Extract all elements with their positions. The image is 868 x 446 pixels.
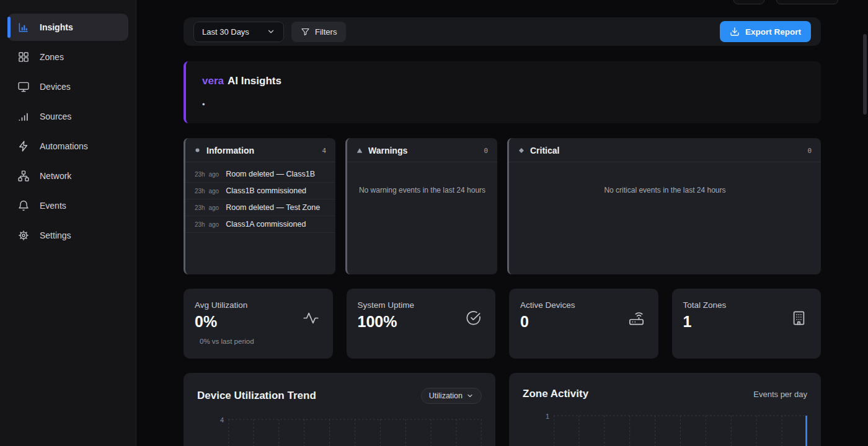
partial-header-button[interactable] xyxy=(776,0,838,4)
critical-card-title: Critical xyxy=(530,146,559,155)
sidebar-item-devices[interactable]: Devices xyxy=(7,73,128,100)
check-circle-icon xyxy=(465,310,482,326)
scrollbar-track[interactable] xyxy=(862,0,868,446)
sidebar-item-network[interactable]: Network xyxy=(7,162,128,190)
gear-icon xyxy=(17,229,30,242)
chart-title: Zone Activity xyxy=(523,388,588,400)
event-summary-row: Information 4 23h ago Room deleted — Cla… xyxy=(184,138,821,274)
sidebar-item-zones[interactable]: Zones xyxy=(7,43,128,71)
sidebar-item-sources[interactable]: Sources xyxy=(7,103,128,130)
stat-label: Total Zones xyxy=(683,300,810,310)
sidebar-item-label: Automations xyxy=(40,141,88,151)
dot-icon xyxy=(195,147,201,154)
event-time: 23h ago xyxy=(195,204,219,211)
y-axis-tick: 1 xyxy=(523,411,554,446)
utilization-chart-plot: 4 xyxy=(197,415,482,446)
zap-icon xyxy=(17,140,30,152)
warnings-count-badge: 0 xyxy=(484,147,488,155)
charts-row: Device Utilization Trend Utilization 4 xyxy=(184,373,821,446)
chevron-down-icon xyxy=(267,27,275,36)
brand-name: vera xyxy=(202,75,224,87)
information-count-badge: 4 xyxy=(322,147,326,155)
date-range-select[interactable]: Last 30 Days xyxy=(193,22,284,42)
critical-card: Critical 0 No critical events in the las… xyxy=(507,138,821,274)
sidebar-item-label: Events xyxy=(40,201,66,211)
stat-card-active-devices: Active Devices 0 xyxy=(509,289,658,359)
warnings-empty-message: No warning events in the last 24 hours xyxy=(347,162,497,195)
information-card-title: Information xyxy=(206,146,254,155)
warnings-card-title: Warnings xyxy=(368,146,407,155)
utilization-chart-grid xyxy=(228,415,482,446)
stat-label: Avg Utilization xyxy=(195,300,322,310)
event-text: Class1B commissioned xyxy=(226,186,306,195)
event-list-item[interactable]: 23h ago Class1B commissioned xyxy=(185,183,335,199)
sidebar-item-label: Devices xyxy=(40,82,71,92)
filters-button[interactable]: Filters xyxy=(291,22,346,42)
utilization-metric-select[interactable]: Utilization xyxy=(421,388,482,404)
monitor-icon xyxy=(17,81,30,93)
metric-select-value: Utilization xyxy=(429,391,463,400)
event-time: 23h ago xyxy=(195,171,219,178)
sidebar: Insights Zones Devices xyxy=(0,0,136,446)
event-text: Room deleted — Test Zone xyxy=(226,203,320,212)
zone-activity-plot: 1 xyxy=(523,411,807,446)
event-time: 23h ago xyxy=(195,188,219,195)
date-range-value: Last 30 Days xyxy=(202,27,249,37)
partial-header-button[interactable] xyxy=(733,0,764,4)
sidebar-item-label: Sources xyxy=(40,112,71,121)
sidebar-item-label: Settings xyxy=(40,230,71,240)
zone-activity-bar xyxy=(805,416,807,446)
critical-count-badge: 0 xyxy=(807,147,812,155)
device-utilization-trend-card: Device Utilization Trend Utilization 4 xyxy=(184,373,495,446)
ai-insights-title-text: AI Insights xyxy=(228,75,281,87)
sidebar-item-label: Network xyxy=(40,171,71,181)
diamond-critical-icon xyxy=(518,147,525,154)
export-report-label: Export Report xyxy=(745,27,801,37)
chart-legend: Events per day xyxy=(753,390,807,399)
sidebar-item-events[interactable]: Events xyxy=(7,192,128,219)
signal-bars-icon xyxy=(17,110,30,123)
event-text: Room deleted — Class1B xyxy=(226,170,315,178)
main-content: Last 30 Days Filters Export Report xyxy=(136,0,868,446)
bar-chart-icon xyxy=(17,21,30,33)
download-icon xyxy=(730,27,740,37)
sidebar-item-label: Insights xyxy=(40,22,73,32)
export-report-button[interactable]: Export Report xyxy=(720,21,811,42)
building-icon xyxy=(790,310,807,326)
information-card: Information 4 23h ago Room deleted — Cla… xyxy=(184,138,335,274)
sidebar-item-insights[interactable]: Insights xyxy=(7,14,128,41)
bell-icon xyxy=(17,199,30,212)
zone-activity-grid xyxy=(554,411,807,446)
active-indicator-bar xyxy=(7,17,11,38)
stat-label: System Uptime xyxy=(358,300,485,310)
filters-label: Filters xyxy=(315,27,337,37)
filters-toolbar: Last 30 Days Filters Export Report xyxy=(184,17,821,46)
stat-card-system-uptime: System Uptime 100% xyxy=(347,289,496,359)
ai-insights-panel: veraAI Insights • xyxy=(184,61,821,123)
stat-card-avg-utilization: Avg Utilization 0% 0% vs last period xyxy=(184,289,333,359)
grid-icon xyxy=(17,51,30,63)
scrollbar-thumb[interactable] xyxy=(863,34,867,115)
sidebar-item-settings[interactable]: Settings xyxy=(7,222,128,249)
chart-title: Device Utilization Trend xyxy=(197,390,316,402)
activity-icon xyxy=(303,310,319,326)
critical-empty-message: No critical events in the last 24 hours xyxy=(509,162,821,195)
triangle-warning-icon xyxy=(356,147,363,154)
zone-activity-card: Zone Activity Events per day 1 xyxy=(509,373,821,446)
event-list-item[interactable]: 23h ago Room deleted — Class1B xyxy=(185,166,335,183)
event-list-item[interactable]: 23h ago Class1A commissioned xyxy=(185,216,335,233)
stat-card-total-zones: Total Zones 1 xyxy=(672,289,822,359)
warnings-card: Warnings 0 No warning events in the last… xyxy=(345,138,497,274)
stat-label: Active Devices xyxy=(520,300,647,310)
funnel-icon xyxy=(301,27,310,37)
sidebar-item-automations[interactable]: Automations xyxy=(7,133,128,160)
event-list-item[interactable]: 23h ago Room deleted — Test Zone xyxy=(185,199,335,216)
y-axis-tick: 4 xyxy=(197,415,228,446)
event-time: 23h ago xyxy=(195,221,219,228)
chevron-down-icon xyxy=(466,392,474,400)
sidebar-item-label: Zones xyxy=(40,52,64,62)
stats-row: Avg Utilization 0% 0% vs last period Sys… xyxy=(184,289,821,359)
ai-insights-title: veraAI Insights xyxy=(202,75,805,87)
network-icon xyxy=(17,170,30,182)
stat-comparison: 0% vs last period xyxy=(195,338,322,345)
